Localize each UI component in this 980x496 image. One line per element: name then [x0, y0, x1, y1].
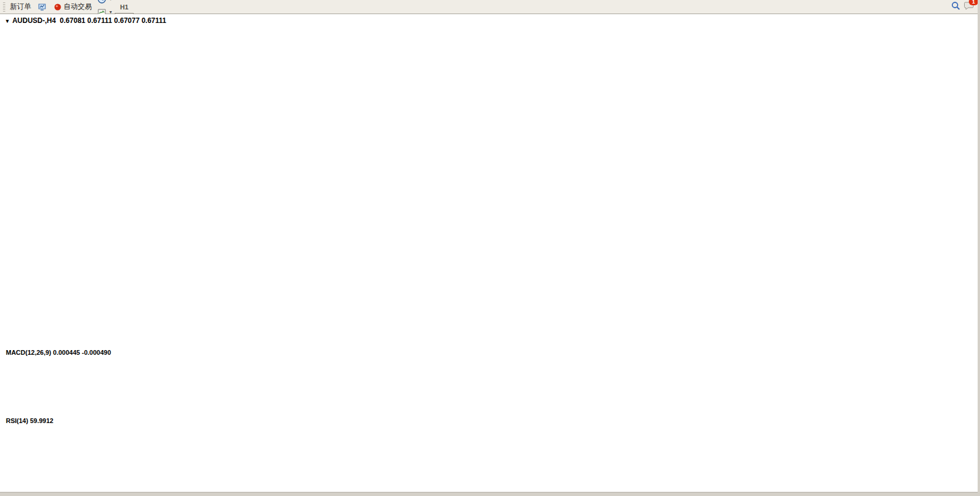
main-toolbar: 新订单 自动交易 ▾▾▾EFAT▾ M1M5M15M30H1H4D1W1MN 1: [0, 0, 980, 14]
chart-symbol: AUDUSD-,H4: [12, 16, 56, 25]
new-order-button[interactable]: 新订单: [8, 1, 34, 14]
macd-indicator-label: MACD(12,26,9) 0.000445 -0.000490: [6, 349, 111, 356]
terminal-icon: [38, 2, 48, 12]
chart-ohlc-values: 0.67081 0.67111 0.67077 0.67111: [60, 16, 167, 25]
search-icon[interactable]: [951, 1, 961, 13]
window-footer: [0, 492, 980, 496]
chart-title: ▼AUDUSD-,H4 0.67081 0.67111 0.67077 0.67…: [5, 16, 166, 25]
new-order-label: 新订单: [10, 2, 31, 12]
timeframe-h1[interactable]: H1: [115, 1, 134, 13]
mt4-application: 新订单 自动交易 ▾▾▾EFAT▾ M1M5M15M30H1H4D1W1MN 1…: [0, 0, 980, 496]
expander-icon[interactable]: ▼: [5, 18, 10, 24]
price-chart[interactable]: [0, 14, 980, 496]
window-edge: [978, 0, 980, 496]
chart-window: ▼AUDUSD-,H4 0.67081 0.67111 0.67077 0.67…: [0, 14, 980, 496]
auto-trading-label: 自动交易: [64, 2, 92, 12]
auto-trading-icon: [54, 3, 62, 11]
dropdown-arrow-icon: ▾: [109, 0, 112, 2]
notification-badge: 1: [969, 0, 978, 5]
terminal-icon[interactable]: [34, 1, 51, 14]
period-icon: [97, 0, 107, 4]
chat-icon[interactable]: 1: [964, 1, 974, 12]
auto-trading-button[interactable]: 自动交易: [51, 1, 94, 14]
toolbar-grip: [3, 2, 5, 12]
rsi-indicator-label: RSI(14) 59.9912: [6, 417, 54, 424]
period-icon[interactable]: ▾: [95, 0, 114, 6]
